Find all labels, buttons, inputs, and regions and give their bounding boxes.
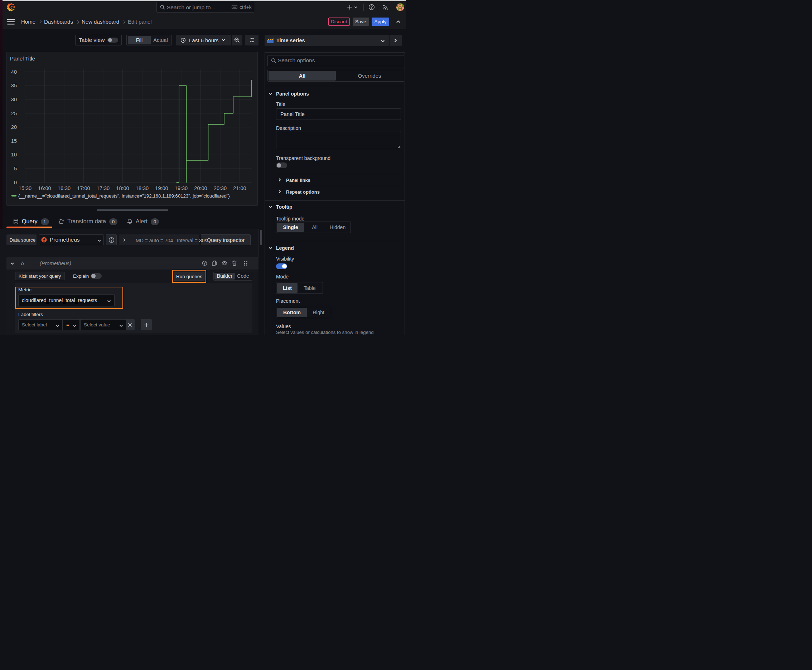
svg-text:20:00: 20:00 bbox=[194, 185, 207, 191]
svg-text:0: 0 bbox=[14, 180, 17, 185]
svg-text:5: 5 bbox=[14, 166, 17, 171]
svg-text:15: 15 bbox=[11, 138, 17, 144]
svg-text:18:00: 18:00 bbox=[116, 185, 129, 191]
svg-text:40: 40 bbox=[11, 69, 17, 75]
svg-text:15:30: 15:30 bbox=[19, 185, 32, 191]
svg-text:16:00: 16:00 bbox=[38, 185, 51, 191]
svg-text:35: 35 bbox=[11, 83, 17, 88]
svg-text:19:30: 19:30 bbox=[175, 185, 188, 191]
svg-text:25: 25 bbox=[11, 111, 17, 116]
svg-text:19:00: 19:00 bbox=[155, 185, 168, 191]
svg-text:21:00: 21:00 bbox=[233, 185, 246, 191]
svg-text:18:30: 18:30 bbox=[136, 185, 149, 191]
svg-text:16:30: 16:30 bbox=[58, 185, 71, 191]
svg-text:30: 30 bbox=[11, 96, 17, 102]
svg-text:20: 20 bbox=[11, 124, 17, 130]
svg-text:17:00: 17:00 bbox=[77, 185, 90, 191]
svg-text:17:30: 17:30 bbox=[97, 185, 110, 191]
svg-text:10: 10 bbox=[11, 152, 17, 157]
svg-text:20:30: 20:30 bbox=[214, 185, 227, 191]
